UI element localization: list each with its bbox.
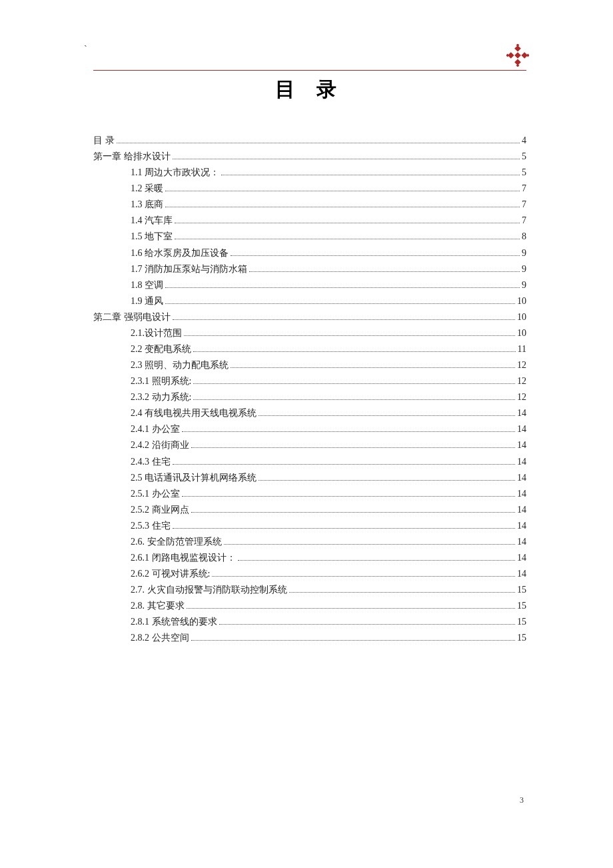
toc-entry-page: 4 [522,133,526,149]
diamond-logo-icon [506,44,529,67]
toc-entry-label: 2.6. 安全防范管理系统 [131,534,222,550]
toc-entry-page: 15 [517,614,526,630]
toc-entry-page: 14 [517,550,526,566]
toc-entry-page: 14 [517,421,526,437]
toc-entry: 2.6. 安全防范管理系统14 [93,534,526,550]
toc-entry-label: 2.8.2 公共空间 [131,630,189,646]
toc-entry: 1.1 周边大市政状况：5 [93,165,526,181]
toc-leader-dots [184,335,515,336]
toc-entry-page: 10 [517,309,526,325]
toc-leader-dots [191,512,516,513]
toc-entry-page: 5 [522,165,526,181]
toc-entry: 1.2 采暖7 [93,181,526,197]
toc-entry: 1.9 通风10 [93,293,526,309]
toc-leader-dots [259,415,515,416]
toc-entry-page: 14 [517,405,526,421]
toc-entry-label: 2.7. 火灾自动报警与消防联动控制系统 [131,582,287,598]
toc-leader-dots [165,207,520,207]
toc-entry-page: 7 [522,213,526,229]
toc-entry: 2.4 有线电视共用天线电视系统14 [93,405,526,421]
toc-leader-dots [193,399,515,400]
toc-entry: 1.6 给水泵房及加压设备9 [93,245,526,261]
toc-entry-label: 2.1.设计范围 [131,325,182,341]
toc-entry-label: 1.4 汽车库 [131,213,173,229]
toc-leader-dots [165,287,520,288]
svg-rect-8 [526,54,529,57]
toc-leader-dots [173,159,520,159]
toc-entry-label: 1.8 空调 [131,277,163,293]
toc-entry-page: 12 [517,389,526,405]
toc-entry-label: 2.6.2 可视对讲系统: [131,566,210,582]
toc-entry-page: 9 [522,261,526,277]
toc-entry-page: 14 [517,454,526,470]
toc-entry: 1.8 空调9 [93,277,526,293]
svg-rect-0 [514,52,521,59]
toc-leader-dots [173,464,516,465]
toc-entry-label: 2.5.2 商业网点 [131,502,189,518]
toc-entry: 2.5.2 商业网点14 [93,502,526,518]
toc-entry: 2.5.3 住宅14 [93,518,526,534]
toc-entry-label: 1.6 给水泵房及加压设备 [131,245,229,261]
toc-entry-page: 14 [517,534,526,550]
toc-entry: 2.8.1 系统管线的要求15 [93,614,526,630]
toc-entry: 目 录4 [93,133,526,149]
toc-entry: 2.6.1 闭路电视监视设计：14 [93,550,526,566]
toc-leader-dots [259,480,515,481]
svg-rect-5 [516,44,520,47]
toc-entry-page: 10 [517,325,526,341]
document-page: 目 录 目 录4第一章 给排水设计51.1 周边大市政状况：51.2 采暖71.… [0,0,613,687]
toc-entry: 2.4.2 沿街商业14 [93,437,526,453]
toc-entry: 2.3.2 动力系统:12 [93,389,526,405]
toc-entry-label: 2.8.1 系统管线的要求 [131,614,217,630]
toc-entry-page: 5 [522,149,526,165]
toc-leader-dots [165,303,515,304]
toc-entry-label: 2.4.3 住宅 [131,454,171,470]
toc-entry-page: 15 [517,582,526,598]
toc-entry-label: 2.4.2 沿街商业 [131,437,189,453]
toc-entry: 1.5 地下室8 [93,229,526,245]
toc-entry-page: 14 [517,502,526,518]
toc-entry-label: 1.2 采暖 [131,181,163,197]
toc-entry-label: 1.9 通风 [131,293,163,309]
page-number: 3 [520,795,524,805]
toc-entry-label: 2.6.1 闭路电视监视设计： [131,550,236,566]
toc-leader-dots [219,624,516,625]
toc-entry: 第二章 强弱电设计10 [93,309,526,325]
toc-entry-label: 2.3 照明、动力配电系统 [131,357,229,373]
toc-leader-dots [249,271,520,272]
toc-leader-dots [165,191,520,191]
toc-leader-dots [187,608,516,609]
toc-leader-dots [224,544,516,545]
toc-entry: 1.3 底商7 [93,197,526,213]
toc-entry-page: 8 [522,229,526,245]
toc-entry: 2.2 变配电系统11 [93,341,526,357]
toc-entry-label: 1.1 周边大市政状况： [131,165,219,181]
toc-entry-page: 12 [517,373,526,389]
toc-entry: 1.7 消防加压泵站与消防水箱9 [93,261,526,277]
toc-entry-label: 2.5.3 住宅 [131,518,171,534]
toc-entry-page: 12 [517,357,526,373]
toc-leader-dots [191,447,516,448]
table-of-contents: 目 录4第一章 给排水设计51.1 周边大市政状况：51.2 采暖71.3 底商… [93,133,526,647]
toc-entry-label: 2.3.1 照明系统: [131,373,191,389]
toc-entry: 1.4 汽车库7 [93,213,526,229]
page-title: 目 录 [93,76,526,103]
toc-entry-page: 14 [517,566,526,582]
toc-entry-page: 15 [517,630,526,646]
toc-entry: 2.1.设计范围10 [93,325,526,341]
toc-entry-page: 9 [522,245,526,261]
toc-entry-label: 2.2 变配电系统 [131,341,191,357]
toc-entry-page: 10 [517,293,526,309]
toc-leader-dots [173,528,516,529]
toc-entry: 2.5.1 办公室14 [93,486,526,502]
toc-entry: 2.3 照明、动力配电系统12 [93,357,526,373]
toc-leader-dots [193,383,515,384]
toc-leader-dots [231,367,515,368]
toc-entry-page: 7 [522,181,526,197]
toc-leader-dots [221,175,520,175]
toc-entry-label: 1.5 地下室 [131,229,173,245]
toc-leader-dots [182,431,516,432]
toc-entry-label: 第一章 给排水设计 [93,149,171,165]
toc-entry-label: 1.3 底商 [131,197,163,213]
stray-mark: ` [84,44,87,55]
